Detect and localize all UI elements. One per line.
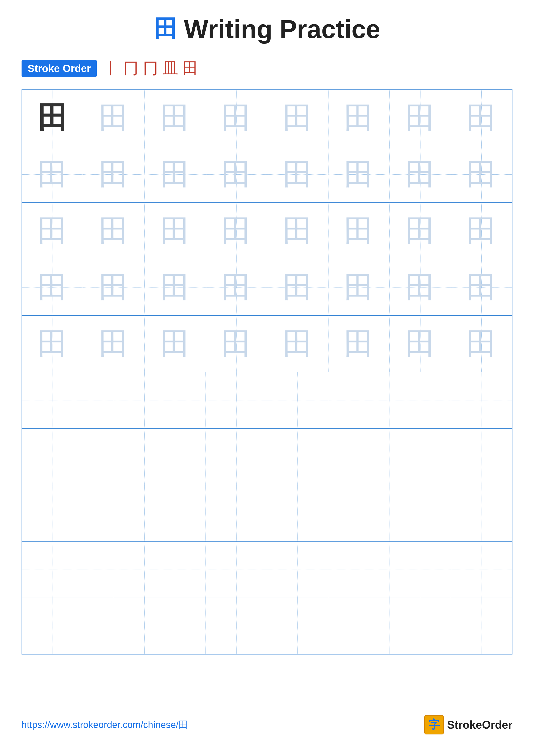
grid-cell-9-3[interactable] xyxy=(144,542,206,598)
grid-cell-5-1[interactable]: 田 xyxy=(22,316,83,372)
grid-cell-7-2[interactable] xyxy=(83,429,144,485)
character-light: 田 xyxy=(160,159,190,189)
grid-cell-7-8[interactable] xyxy=(451,429,512,485)
grid-cell-2-8[interactable]: 田 xyxy=(451,146,512,202)
character-light: 田 xyxy=(466,103,496,133)
grid-cell-1-5[interactable]: 田 xyxy=(267,90,328,146)
grid-cell-5-7[interactable]: 田 xyxy=(390,316,451,372)
grid-cell-10-2[interactable] xyxy=(83,598,144,654)
brand-icon: 字 xyxy=(424,715,444,735)
character-light: 田 xyxy=(99,159,129,189)
grid-cell-7-3[interactable] xyxy=(144,429,206,485)
grid-cell-10-1[interactable] xyxy=(22,598,83,654)
character-light: 田 xyxy=(405,272,435,302)
grid-cell-3-8[interactable]: 田 xyxy=(451,203,512,259)
grid-cell-6-5[interactable] xyxy=(267,372,328,428)
grid-cell-1-7[interactable]: 田 xyxy=(390,90,451,146)
grid-cell-3-6[interactable]: 田 xyxy=(328,203,390,259)
grid-cell-10-8[interactable] xyxy=(451,598,512,654)
grid-cell-5-5[interactable]: 田 xyxy=(267,316,328,372)
grid-cell-4-8[interactable]: 田 xyxy=(451,259,512,315)
grid-row-10 xyxy=(22,598,512,654)
character-light: 田 xyxy=(38,216,68,246)
grid-cell-6-4[interactable] xyxy=(206,372,267,428)
character-light: 田 xyxy=(38,272,68,302)
grid-cell-8-5[interactable] xyxy=(267,485,328,541)
grid-cell-6-6[interactable] xyxy=(328,372,390,428)
grid-cell-8-1[interactable] xyxy=(22,485,83,541)
character-light: 田 xyxy=(283,103,313,133)
grid-cell-5-6[interactable]: 田 xyxy=(328,316,390,372)
grid-cell-3-4[interactable]: 田 xyxy=(206,203,267,259)
character-light: 田 xyxy=(466,272,496,302)
grid-row-2: 田 田 田 田 田 田 田 田 xyxy=(22,146,512,203)
grid-cell-7-5[interactable] xyxy=(267,429,328,485)
grid-cell-4-6[interactable]: 田 xyxy=(328,259,390,315)
character-dark: 田 xyxy=(38,103,68,133)
grid-cell-4-1[interactable]: 田 xyxy=(22,259,83,315)
grid-cell-2-5[interactable]: 田 xyxy=(267,146,328,202)
grid-cell-5-2[interactable]: 田 xyxy=(83,316,145,372)
grid-cell-3-1[interactable]: 田 xyxy=(22,203,83,259)
grid-cell-1-1[interactable]: 田 xyxy=(22,90,83,146)
title-character-icon: 田 xyxy=(154,13,177,45)
grid-cell-8-4[interactable] xyxy=(206,485,267,541)
grid-cell-5-8[interactable]: 田 xyxy=(451,316,512,372)
grid-cell-8-7[interactable] xyxy=(390,485,451,541)
grid-cell-9-6[interactable] xyxy=(328,542,390,598)
character-light: 田 xyxy=(283,272,313,302)
grid-cell-9-1[interactable] xyxy=(22,542,83,598)
character-light: 田 xyxy=(99,329,129,359)
grid-cell-6-3[interactable] xyxy=(144,372,206,428)
grid-cell-9-2[interactable] xyxy=(83,542,144,598)
grid-cell-4-7[interactable]: 田 xyxy=(390,259,451,315)
grid-cell-10-4[interactable] xyxy=(206,598,267,654)
grid-cell-4-5[interactable]: 田 xyxy=(267,259,328,315)
grid-cell-9-4[interactable] xyxy=(206,542,267,598)
grid-cell-3-3[interactable]: 田 xyxy=(144,203,206,259)
grid-cell-2-7[interactable]: 田 xyxy=(390,146,451,202)
grid-cell-6-7[interactable] xyxy=(390,372,451,428)
grid-cell-5-3[interactable]: 田 xyxy=(144,316,206,372)
grid-cell-4-3[interactable]: 田 xyxy=(144,259,206,315)
grid-cell-4-4[interactable]: 田 xyxy=(206,259,267,315)
grid-cell-1-8[interactable]: 田 xyxy=(451,90,512,146)
grid-cell-10-5[interactable] xyxy=(267,598,328,654)
grid-cell-1-4[interactable]: 田 xyxy=(206,90,267,146)
grid-cell-10-3[interactable] xyxy=(144,598,206,654)
grid-cell-2-4[interactable]: 田 xyxy=(206,146,267,202)
grid-cell-2-3[interactable]: 田 xyxy=(144,146,206,202)
grid-cell-8-2[interactable] xyxy=(83,485,144,541)
grid-cell-9-8[interactable] xyxy=(451,542,512,598)
grid-cell-3-2[interactable]: 田 xyxy=(83,203,145,259)
grid-cell-4-2[interactable]: 田 xyxy=(83,259,145,315)
grid-cell-9-5[interactable] xyxy=(267,542,328,598)
stroke-5: 田 xyxy=(183,58,198,79)
grid-cell-2-6[interactable]: 田 xyxy=(328,146,390,202)
grid-cell-6-2[interactable] xyxy=(83,372,144,428)
grid-cell-7-7[interactable] xyxy=(390,429,451,485)
footer-url[interactable]: https://www.strokeorder.com/chinese/田 xyxy=(21,718,188,731)
grid-cell-7-1[interactable] xyxy=(22,429,83,485)
grid-cell-8-3[interactable] xyxy=(144,485,206,541)
grid-cell-3-7[interactable]: 田 xyxy=(390,203,451,259)
grid-cell-6-8[interactable] xyxy=(451,372,512,428)
grid-cell-9-7[interactable] xyxy=(390,542,451,598)
grid-cell-1-3[interactable]: 田 xyxy=(144,90,206,146)
grid-cell-1-6[interactable]: 田 xyxy=(328,90,390,146)
grid-cell-10-6[interactable] xyxy=(328,598,390,654)
grid-cell-7-6[interactable] xyxy=(328,429,390,485)
grid-cell-8-8[interactable] xyxy=(451,485,512,541)
grid-row-6 xyxy=(22,372,512,429)
grid-cell-6-1[interactable] xyxy=(22,372,83,428)
character-light: 田 xyxy=(160,272,190,302)
grid-cell-1-2[interactable]: 田 xyxy=(83,90,145,146)
grid-cell-8-6[interactable] xyxy=(328,485,390,541)
grid-cell-5-4[interactable]: 田 xyxy=(206,316,267,372)
grid-cell-10-7[interactable] xyxy=(390,598,451,654)
grid-cell-7-4[interactable] xyxy=(206,429,267,485)
grid-cell-2-2[interactable]: 田 xyxy=(83,146,145,202)
grid-cell-2-1[interactable]: 田 xyxy=(22,146,83,202)
grid-cell-3-5[interactable]: 田 xyxy=(267,203,328,259)
writing-grid: 田 田 田 田 田 田 田 田 田 田 田 xyxy=(21,90,513,655)
